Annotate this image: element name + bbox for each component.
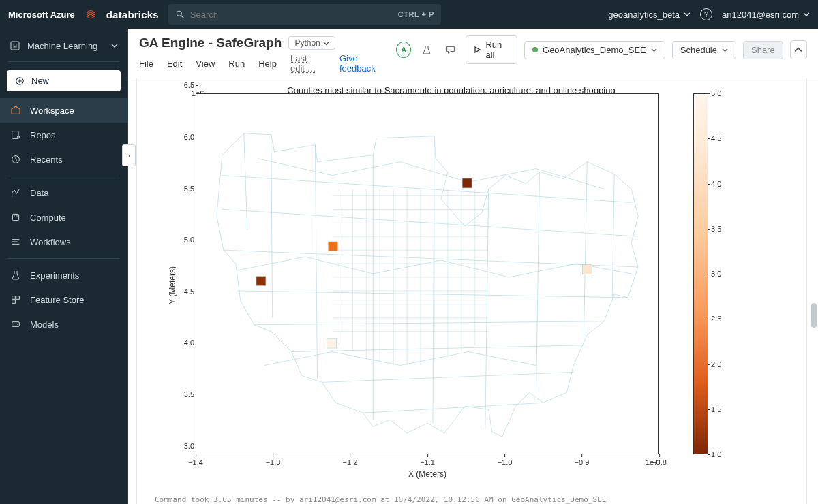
sidebar-item-models[interactable]: Models (0, 312, 127, 336)
search-icon (175, 10, 185, 19)
command-footer: Command took 3.65 minutes -- by ari12041… (142, 490, 804, 504)
sidebar-item-workflows[interactable]: Workflows (0, 230, 127, 254)
chevron-down-icon (722, 47, 728, 53)
collapse-header-button[interactable] (790, 40, 807, 59)
y-tick: 3.0 (168, 442, 194, 450)
highlighted-county (329, 242, 338, 251)
cb-tick: 4.5 (711, 134, 721, 142)
brand-azure: Microsoft Azure (8, 10, 75, 20)
chevron-down-icon (803, 11, 810, 18)
persona-switcher[interactable]: M Machine Learning (0, 34, 127, 57)
recents-icon (10, 153, 22, 166)
cb-tick: 3.5 (711, 225, 721, 233)
workspace-switcher[interactable]: geoanalytics_beta (608, 10, 691, 20)
menu-file[interactable]: File (139, 59, 153, 69)
help-icon[interactable]: ? (700, 8, 712, 20)
highlighted-county (582, 265, 592, 274)
svg-point-10 (16, 215, 17, 216)
sidebar-item-feature-store[interactable]: Feature Store (0, 287, 127, 312)
notebook-output-area: 1e6 Counties most similar to Sacramento … (128, 78, 818, 504)
language-selector[interactable]: Python (288, 36, 335, 50)
svg-rect-14 (12, 322, 20, 327)
menu-edit[interactable]: Edit (167, 59, 182, 69)
x-tick: −1.1 (420, 458, 435, 467)
feedback-link[interactable]: Give feedback (339, 53, 378, 74)
run-all-label: Run all (485, 40, 509, 60)
schedule-button[interactable]: Schedule (672, 41, 736, 59)
brand-databricks: databricks (106, 9, 159, 20)
sidebar-item-recents[interactable]: Recents (0, 147, 127, 172)
sidebar: M Machine Learning New Workspace Repos (0, 29, 128, 504)
cb-tick: 2.0 (711, 360, 721, 368)
new-label: New (31, 76, 49, 86)
chevron-down-icon (111, 42, 118, 49)
presence-avatar[interactable]: A (396, 42, 411, 58)
cb-tick: 3.0 (711, 270, 721, 278)
experiment-icon-button[interactable] (418, 40, 435, 59)
cluster-selector[interactable]: GeoAnalytics_Demo_SEE (524, 41, 665, 59)
sidebar-item-label: Models (30, 319, 59, 330)
y-tick: 3.5 (168, 390, 194, 398)
sidebar-item-label: Data (30, 188, 48, 198)
repos-icon (10, 129, 22, 141)
menu-run[interactable]: Run (228, 59, 245, 69)
menu-help[interactable]: Help (258, 59, 277, 69)
sidebar-item-workspace[interactable]: Workspace (0, 98, 127, 123)
share-button[interactable]: Share (743, 41, 783, 59)
svg-rect-11 (12, 296, 16, 300)
sidebar-item-data[interactable]: Data (0, 180, 127, 205)
sidebar-expand-handle[interactable]: › (122, 144, 136, 166)
language-label: Python (294, 38, 320, 48)
workspace-name: geoanalytics_beta (608, 10, 680, 20)
user-menu[interactable]: ari12041@esri.com (722, 10, 810, 20)
cb-tick: 2.5 (711, 315, 721, 323)
scrollbar-thumb[interactable] (811, 303, 817, 328)
workspace-icon (10, 104, 22, 116)
highlighted-county (462, 178, 472, 188)
x-ticks: −1.4 −1.3 −1.2 −1.1 −1.0 −0.9 −0.8 (196, 454, 659, 468)
menu-view[interactable]: View (196, 59, 215, 69)
sidebar-item-label: Repos (30, 130, 56, 140)
workflows-icon (10, 236, 22, 248)
sidebar-item-label: Experiments (30, 270, 79, 281)
new-button[interactable]: New (7, 70, 121, 91)
databricks-logo-icon (85, 8, 97, 20)
sidebar-item-experiments[interactable]: Experiments (0, 263, 127, 287)
last-edit-link[interactable]: Last edit … (290, 53, 320, 74)
cb-tick: 4.0 (711, 180, 721, 188)
comments-icon-button[interactable] (442, 40, 459, 59)
svg-rect-13 (12, 300, 16, 304)
cb-tick: 5.0 (711, 89, 721, 97)
cluster-status-dot (532, 47, 538, 52)
y-axis-label: Y (Meters) (168, 266, 177, 304)
x-tick: −1.0 (498, 458, 513, 467)
x-axis-label: X (Meters) (196, 469, 659, 479)
data-icon (10, 187, 22, 199)
svg-point-15 (14, 324, 14, 324)
y-tick: 5.0 (168, 236, 194, 244)
search-hint: CTRL + P (398, 10, 434, 18)
global-search[interactable]: CTRL + P (168, 4, 441, 25)
cb-tick: 1.5 (711, 405, 721, 413)
sidebar-item-label: Recents (30, 155, 63, 165)
sidebar-item-label: Workflows (30, 237, 71, 247)
highlighted-county (256, 277, 266, 286)
y-tick: 6.5 (168, 81, 194, 89)
notebook-title[interactable]: GA Engine - SafeGraph (139, 35, 282, 50)
schedule-label: Schedule (680, 45, 717, 55)
y-tick: 6.0 (168, 133, 194, 141)
plus-icon (15, 76, 25, 86)
sidebar-item-repos[interactable]: Repos (0, 123, 127, 147)
notebook-header: GA Engine - SafeGraph Python File Edit V… (128, 29, 818, 78)
x-tick: −0.9 (575, 458, 590, 467)
us-counties-map (196, 94, 658, 454)
sidebar-item-compute[interactable]: Compute (0, 205, 127, 230)
search-input[interactable] (190, 10, 393, 20)
persona-label: Machine Learning (27, 41, 97, 51)
run-all-button[interactable]: Run all (466, 35, 517, 64)
plot-frame (196, 93, 659, 454)
x-tick: −1.3 (266, 458, 281, 467)
colorbar: 1.0 1.5 2.0 2.5 3.0 3.5 4.0 4.5 5.0 (693, 93, 734, 454)
svg-text:M: M (13, 44, 17, 48)
chevron-down-icon (684, 11, 691, 18)
